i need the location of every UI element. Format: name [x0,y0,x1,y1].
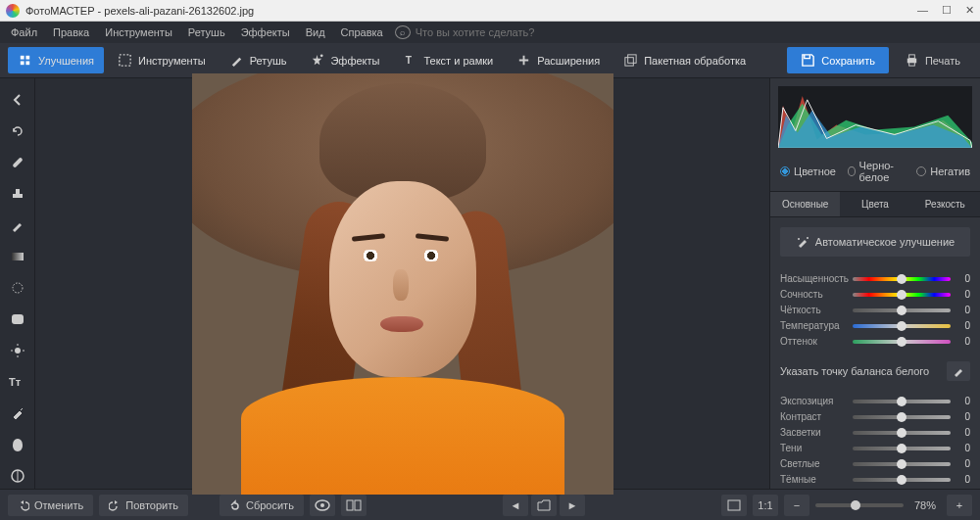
wb-label: Указать точку баланса белого [780,365,929,377]
canvas[interactable] [35,78,769,489]
zoom-value: 78% [909,499,941,511]
tab-sharp[interactable]: Резкость [910,192,980,216]
histogram [778,86,972,148]
svg-rect-15 [12,314,24,324]
vignette-icon[interactable] [6,307,29,331]
slider-Экспозиция[interactable]: Экспозиция0 [780,396,970,406]
minimize-icon[interactable]: — [917,4,928,17]
tab-batch[interactable]: Пакетная обработка [613,47,756,73]
menu-file[interactable]: Файл [4,24,44,41]
svg-rect-29 [355,500,361,510]
undo-button[interactable]: Отменить [8,495,93,516]
svg-rect-12 [12,157,23,167]
redo-button[interactable]: Повторить [99,495,188,516]
split-icon[interactable] [341,495,367,516]
eyedrop-icon[interactable] [6,402,29,425]
search-input[interactable] [416,26,592,38]
shield-icon[interactable] [6,464,29,488]
tab-retouch[interactable]: Ретушь [220,47,297,73]
svg-rect-30 [728,500,740,510]
left-toolbar: Tт [0,78,35,489]
menu-retouch[interactable]: Ретушь [181,24,232,41]
slider-Сочность[interactable]: Сочность0 [780,289,970,300]
light-icon[interactable] [6,339,29,362]
svg-rect-13 [12,253,24,260]
app-logo [6,4,20,18]
slider-Температура[interactable]: Температура0 [780,320,970,331]
menu-edit[interactable]: Правка [46,24,96,41]
ratio-button[interactable]: 1:1 [753,495,778,516]
redo-icon[interactable] [6,119,29,143]
tab-effects[interactable]: Эффекты [300,47,389,73]
menu-effects[interactable]: Эффекты [234,24,297,41]
print-button[interactable]: Печать [893,47,972,73]
radial-icon[interactable] [6,276,29,300]
svg-text:Tт: Tт [9,376,22,388]
reset-button[interactable]: Сбросить [220,495,304,516]
save-button[interactable]: Сохранить [787,47,889,73]
svg-point-27 [320,503,324,507]
svg-point-5 [320,54,323,57]
tab-colors[interactable]: Цвета [840,192,909,216]
text-tool-icon[interactable]: Tт [6,370,29,394]
svg-rect-8 [628,55,636,63]
svg-rect-3 [25,61,29,65]
back-icon[interactable] [6,88,29,112]
svg-rect-10 [909,55,915,59]
gradient-icon[interactable] [6,245,29,268]
face-icon[interactable] [6,433,29,456]
radio-color[interactable]: Цветное [780,160,836,183]
svg-rect-0 [21,56,24,60]
slider-Тёмные[interactable]: Тёмные0 [780,474,970,485]
tab-extensions[interactable]: Расширения [507,47,610,73]
right-panel: Цветное Черно-белое Негатив Основные Цве… [769,78,980,489]
menu-help[interactable]: Справка [334,24,390,41]
stamp-icon[interactable] [6,182,29,206]
fit-icon[interactable] [721,495,747,516]
svg-text:T: T [406,55,413,66]
svg-rect-1 [25,56,29,60]
svg-point-24 [807,237,808,239]
zoom-in-icon[interactable]: + [947,495,972,516]
svg-rect-7 [625,58,633,66]
slider-Светлые[interactable]: Светлые0 [780,458,970,469]
prev-icon[interactable]: ◄ [503,495,528,516]
brush-icon[interactable] [6,213,29,237]
slider-Оттенок[interactable]: Оттенок0 [780,336,970,347]
svg-rect-4 [120,55,130,66]
menu-view[interactable]: Вид [299,24,332,41]
image-preview [192,73,613,495]
svg-rect-28 [347,500,353,510]
radio-bw[interactable]: Черно-белое [848,160,905,183]
svg-rect-2 [21,61,24,65]
zoom-out-icon[interactable]: − [784,495,809,516]
window-title: ФотоМАСТЕР - pexels-ali-pazani-26132602.… [25,5,917,17]
svg-point-14 [13,283,23,293]
svg-point-25 [798,238,800,240]
radio-negative[interactable]: Негатив [916,160,970,183]
slider-Засветки[interactable]: Засветки0 [780,427,970,438]
slider-Тени[interactable]: Тени0 [780,443,970,453]
tab-tools[interactable]: Инструменты [108,47,216,73]
zoom-slider[interactable] [815,503,904,507]
slider-Контраст[interactable]: Контраст0 [780,411,970,422]
titlebar: ФотоМАСТЕР - pexels-ali-pazani-26132602.… [0,0,980,22]
browse-icon[interactable] [531,495,557,516]
menu-tools[interactable]: Инструменты [98,24,179,41]
next-icon[interactable]: ► [560,495,585,516]
maximize-icon[interactable]: ☐ [942,4,952,17]
auto-enhance-button[interactable]: Автоматическое улучшение [780,227,970,257]
slider-Чёткость[interactable]: Чёткость0 [780,305,970,315]
svg-point-16 [15,348,21,354]
menubar: Файл Правка Инструменты Ретушь Эффекты В… [0,22,980,43]
compare-icon[interactable] [310,495,335,516]
tab-improve[interactable]: Улучшения [8,47,104,73]
slider-Насыщенность[interactable]: Насыщенность0 [780,273,970,284]
tab-text[interactable]: TТекст и рамки [393,47,503,73]
close-icon[interactable]: ✕ [965,4,974,17]
wb-picker-button[interactable] [947,361,970,381]
tab-basic[interactable]: Основные [770,192,840,216]
search-icon[interactable]: ⌕ [395,25,411,39]
heal-icon[interactable] [6,151,29,174]
